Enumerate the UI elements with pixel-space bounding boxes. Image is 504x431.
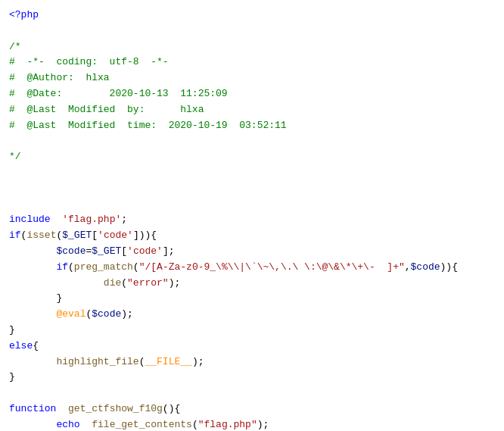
- code-line-12: [9, 181, 495, 197]
- code-line-21: }: [9, 323, 495, 339]
- code-line-27: echo file_get_contents("flag.php");: [9, 417, 495, 431]
- code-line-25: [9, 386, 495, 401]
- code-line-2: [9, 23, 495, 39]
- code-line-8: # @Last Modified time: 2020-10-19 03:52:…: [9, 118, 495, 134]
- code-line-24: }: [9, 370, 495, 386]
- code-line-10: */: [9, 149, 495, 165]
- code-line-18: die("error");: [9, 276, 495, 292]
- code-line-11: [9, 165, 495, 181]
- code-container: <?php /* # -*- coding: utf-8 -*- # @Auth…: [0, 0, 504, 431]
- code-line-14: include 'flag.php';: [9, 212, 495, 228]
- code-line-15: if(isset($_GET['code'])){: [9, 228, 495, 244]
- code-line-17: if(preg_match("/[A-Za-z0-9_\%\\|\`\~\,\.…: [9, 260, 495, 276]
- code-line-7: # @Last Modified by: hlxa: [9, 102, 495, 118]
- code-line-1: <?php: [9, 8, 495, 23]
- code-line-19: }: [9, 291, 495, 307]
- code-line-6: # @Date: 2020-10-13 11:25:09: [9, 86, 495, 102]
- code-line-26: function get_ctfshow_f10g(){: [9, 401, 495, 417]
- code-line-13: [9, 197, 495, 213]
- code-line-5: # @Author: hlxa: [9, 70, 495, 86]
- code-line-9: [9, 133, 495, 149]
- code-line-22: else{: [9, 339, 495, 354]
- code-line-20: @eval($code);: [9, 307, 495, 323]
- code-line-23: highlight_file(__FILE__);: [9, 354, 495, 370]
- code-line-3: /*: [9, 39, 495, 55]
- code-line-4: # -*- coding: utf-8 -*-: [9, 55, 495, 70]
- code-line-16: $code=$_GET['code'];: [9, 244, 495, 260]
